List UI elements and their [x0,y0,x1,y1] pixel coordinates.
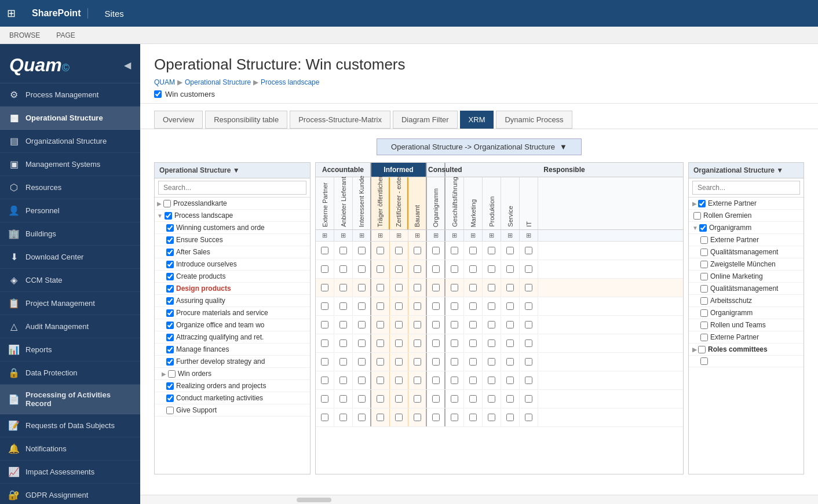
dropdown-arrow-icon: ▼ [560,143,567,151]
tree-item-manage-finances[interactable]: Manage finances [155,344,310,356]
cell-pl-3[interactable] [353,242,371,260]
tree-item-design-products[interactable]: Design products [155,283,310,295]
sidebar-item-resources[interactable]: ⬡ Resources [0,176,140,199]
sidebar-item-process-management[interactable]: ⚙ Process Management [0,83,140,107]
tree-item-create-products[interactable]: Create products [155,271,310,283]
matrix-row-after-sales [316,297,683,316]
cell-pl-11[interactable] [501,242,520,260]
tree-item-conduct-marketing[interactable]: Conduct marketing activities [155,392,310,404]
cell-pl-4[interactable] [371,242,390,260]
cell-pl-7[interactable] [427,242,445,260]
sidebar-item-ccm-state[interactable]: ◈ CCM State [0,269,140,292]
org-item-empty[interactable] [689,356,804,367]
page-tab[interactable]: PAGE [54,31,77,39]
org-item-externe-partner-sub[interactable]: Externe Partner [689,234,804,246]
sidebar-item-personnel[interactable]: 👤 Personnel [0,199,140,222]
tree-item-process-landscape[interactable]: ▼ Process landscape [155,210,310,222]
sidebar-item-notifications[interactable]: 🔔 Notifications [0,437,140,461]
org-item-qualitaetsmanagement-2[interactable]: Qualitätsmanagement [689,283,804,295]
sidebar-collapse-button[interactable]: ◀ [124,60,131,71]
matrix-header-bar: Operational Structure -> Organizational … [154,138,804,155]
reports-icon: 📊 [8,344,20,355]
org-search-input[interactable] [692,181,800,195]
tree-item-introduce-ourselves[interactable]: Introduce ourselves [155,258,310,271]
tree-item-realizing-orders[interactable]: Realizing orders and projects [155,380,310,392]
tree-item-procure-materials[interactable]: Procure materials and service [155,307,310,319]
sidebar-label-operational-structure: Operational Structure [25,114,103,122]
matrix-dropdown-label: Operational Structure -> Organizational … [391,143,555,151]
breadcrumb-process-landscape[interactable]: Process landscape [261,78,319,86]
tab-diagram-filter[interactable]: Diagram Filter [393,111,458,129]
bottom-scrollbar[interactable] [140,495,818,504]
data-protection-icon: 🔒 [8,367,20,378]
org-item-zweigstelle-muenchen[interactable]: Zweigstelle München [689,258,804,271]
org-item-roles-committees[interactable]: ▶ Roles committees [689,344,804,356]
col-zertifizierer: Zertifizierer - exter... [390,177,408,229]
sidebar-item-project-management[interactable]: 📋 Project Management [0,292,140,315]
tree-item-prozesslandkarte[interactable]: ▶ Prozesslandkarte [155,198,310,210]
browse-tab[interactable]: BROWSE [7,31,42,39]
page-checkbox[interactable] [154,90,162,98]
sidebar-item-gdpr-assignment[interactable]: 🔐 GDPR Assignment [0,484,140,504]
tree-item-ensure-succes[interactable]: Ensure Succes [155,234,310,246]
sidebar-item-reports[interactable]: 📊 Reports [0,338,140,361]
matrix-left-panel: Operational Structure ▼ ▶ Prozesslandkar… [154,162,311,474]
sidebar-item-audit-management[interactable]: △ Audit Management [0,315,140,338]
icon-cell-2: ⊞ [334,230,353,241]
org-item-qualitaetsmanagement[interactable]: Qualitätsmanagement [689,246,804,258]
tab-xrm[interactable]: XRM [460,111,494,129]
sidebar-item-data-protection[interactable]: 🔒 Data Protection [0,361,140,385]
cell-pl-12[interactable] [520,242,538,260]
org-item-externe-partner[interactable]: ▶ Externe Partner [689,198,804,210]
sidebar-item-download-center[interactable]: ⬇ Download Center [0,246,140,269]
tab-responsibility-table[interactable]: Responsibility table [205,111,287,129]
tree-item-further-develop[interactable]: Further develop strategy and [155,356,310,368]
org-item-organigramm-sub[interactable]: Organigramm [689,307,804,319]
sidebar-item-management-systems[interactable]: ▣ Management Systems [0,153,140,176]
tree-item-winning-customers[interactable]: Winning customers and orde [155,222,310,234]
cell-pl-5[interactable] [390,242,408,260]
cell-pl-2[interactable] [334,242,353,260]
sidebar-item-impact-assessments[interactable]: 📈 Impact Assessments [0,461,140,484]
scrollbar-thumb[interactable] [297,498,331,502]
tree-item-assuring-quality[interactable]: Assuring quality [155,295,310,307]
tab-overview[interactable]: Overview [154,111,203,129]
sidebar-item-organizational-structure[interactable]: ▤ Organizational Structure [0,130,140,153]
cell-pl-9[interactable] [464,242,483,260]
sidebar-item-buildings[interactable]: 🏢 Buildings [0,222,140,246]
sidebar-item-processing-activities[interactable]: 📄 Processing of Activities Record [0,385,140,414]
tab-dynamic-process[interactable]: Dynamic Process [496,111,572,129]
matrix-dropdown[interactable]: Operational Structure -> Organizational … [377,138,582,155]
matrix-row-introduce-ourselves [316,316,683,334]
cell-pl-1[interactable] [316,242,334,260]
tree-item-win-orders[interactable]: ▶ Win orders [155,368,310,380]
tree-search-input[interactable] [158,181,306,195]
cell-pl-10[interactable] [483,242,501,260]
org-item-rollen-gremien[interactable]: Rollen Gremien [689,210,804,222]
sidebar-item-operational-structure[interactable]: ▦ Operational Structure [0,107,140,130]
audit-management-icon: △ [8,321,20,332]
org-item-rollen-teams[interactable]: Rollen und Teams [689,319,804,331]
org-item-organigramm[interactable]: ▼ Organigramm [689,222,804,234]
breadcrumb-quam[interactable]: QUAM [154,78,175,86]
cell-pl-8[interactable] [445,242,464,260]
cell-pl-6[interactable] [408,242,427,260]
tree-item-attraczing[interactable]: Attraczing qualifying and ret. [155,331,310,344]
sidebar-item-requests-data-subjects[interactable]: 📝 Requests of Data Subjects [0,414,140,437]
grid-icon[interactable]: ⊞ [7,7,16,20]
tab-process-structure-matrix[interactable]: Process-Structure-Matrix [290,111,390,129]
matrix-container: Operational Structure ▼ ▶ Prozesslandkar… [154,162,804,474]
breadcrumb: QUAM ▶ Operational Structure ▶ Process l… [154,78,804,86]
tree-item-organize-office[interactable]: Organize office and team wo [155,319,310,331]
tree-item-after-sales[interactable]: After Sales [155,246,310,258]
project-management-icon: 📋 [8,298,20,309]
org-item-externe-partner-3[interactable]: Externe Partner [689,331,804,344]
col-it: IT [520,177,538,229]
tree-item-give-support[interactable]: Give Support [155,404,310,417]
column-headers: Externe Partner Anbieter Lieferant Inter… [316,177,683,230]
breadcrumb-operational-structure[interactable]: Operational Structure [185,78,251,86]
org-item-arbeitsschutz[interactable]: Arbeitsschutz [689,295,804,307]
content-header: Operational Structure: Win customers QUA… [140,44,818,104]
sidebar-label-data-protection: Data Protection [25,368,78,377]
org-item-online-marketing[interactable]: Online Marketing [689,271,804,283]
